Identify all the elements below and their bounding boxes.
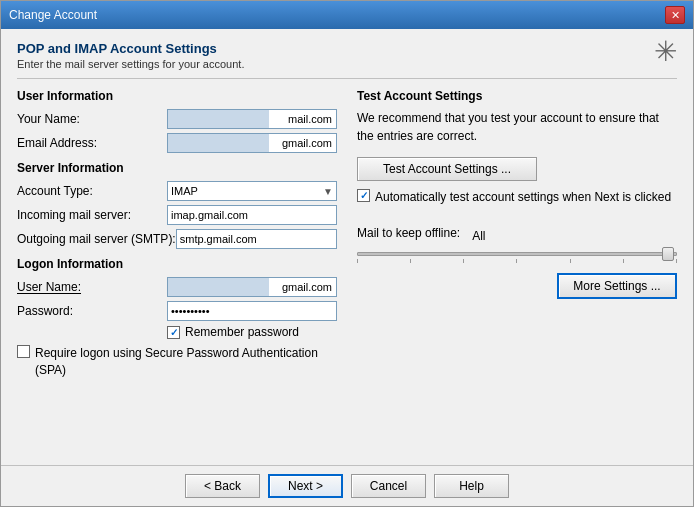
server-info-title: Server Information	[17, 161, 337, 175]
email-address-input[interactable]: gmail.com	[167, 133, 337, 153]
bottom-bar: < Back Next > Cancel Help	[1, 465, 693, 506]
slider-tick	[570, 259, 571, 263]
username-row: User Name: gmail.com	[17, 277, 337, 297]
account-type-label: Account Type:	[17, 184, 167, 198]
change-account-window: Change Account ✕ POP and IMAP Account Se…	[0, 0, 694, 507]
help-button[interactable]: Help	[434, 474, 509, 498]
more-settings-button[interactable]: More Settings ...	[557, 273, 677, 299]
right-column: Test Account Settings We recommend that …	[357, 89, 677, 457]
content-area: POP and IMAP Account Settings Enter the …	[1, 29, 693, 465]
account-type-row: Account Type: IMAP ▼	[17, 181, 337, 201]
email-address-label: Email Address:	[17, 136, 167, 150]
outgoing-server-label: Outgoing mail server (SMTP):	[17, 232, 176, 246]
logon-info-title: Logon Information	[17, 257, 337, 271]
left-column: User Information Your Name: mail.com Ema…	[17, 89, 337, 457]
remember-password-row: Remember password	[167, 325, 337, 339]
back-button[interactable]: < Back	[185, 474, 260, 498]
auto-test-checkbox[interactable]	[357, 189, 370, 202]
spa-row: Require logon using Secure Password Auth…	[17, 345, 337, 379]
incoming-server-label: Incoming mail server:	[17, 208, 167, 222]
password-label: Password:	[17, 304, 167, 318]
password-row: Password:	[17, 301, 337, 321]
incoming-server-input[interactable]	[167, 205, 337, 225]
slider-thumb[interactable]	[662, 247, 674, 261]
page-subtitle: Enter the mail server settings for your …	[17, 58, 244, 70]
incoming-server-row: Incoming mail server:	[17, 205, 337, 225]
cancel-button[interactable]: Cancel	[351, 474, 426, 498]
your-name-input[interactable]: mail.com	[167, 109, 337, 129]
username-input[interactable]: gmail.com	[167, 277, 337, 297]
outgoing-server-row: Outgoing mail server (SMTP):	[17, 229, 337, 249]
your-name-row: Your Name: mail.com	[17, 109, 337, 129]
password-input[interactable]	[167, 301, 337, 321]
asterisk-icon: ✳	[654, 35, 677, 68]
spa-checkbox[interactable]	[17, 345, 30, 358]
mail-offline-value: All	[472, 229, 485, 243]
mail-offline-section: Mail to keep offline: All	[357, 226, 677, 263]
remember-password-label: Remember password	[185, 325, 299, 339]
slider-track	[357, 252, 677, 256]
dropdown-arrow-icon: ▼	[323, 186, 333, 197]
email-address-row: Email Address: gmail.com	[17, 133, 337, 153]
slider-tick	[676, 259, 677, 263]
outgoing-server-input[interactable]	[176, 229, 337, 249]
page-title: POP and IMAP Account Settings	[17, 41, 244, 56]
next-button[interactable]: Next >	[268, 474, 343, 498]
remember-password-checkbox[interactable]	[167, 326, 180, 339]
slider-tick	[516, 259, 517, 263]
test-account-button[interactable]: Test Account Settings ...	[357, 157, 537, 181]
spa-label: Require logon using Secure Password Auth…	[35, 345, 337, 379]
username-label: User Name:	[17, 280, 167, 294]
slider-tick	[357, 259, 358, 263]
slider-tick	[463, 259, 464, 263]
test-section-title: Test Account Settings	[357, 89, 677, 103]
main-columns: User Information Your Name: mail.com Ema…	[17, 89, 677, 457]
account-type-value: IMAP	[171, 185, 198, 197]
test-description: We recommend that you test your account …	[357, 109, 677, 145]
header-text: POP and IMAP Account Settings Enter the …	[17, 41, 244, 70]
slider-tick	[410, 259, 411, 263]
right-bottom: More Settings ...	[357, 263, 677, 299]
window-title: Change Account	[9, 8, 97, 22]
your-name-label: Your Name:	[17, 112, 167, 126]
title-bar: Change Account ✕	[1, 1, 693, 29]
auto-test-label: Automatically test account settings when…	[375, 189, 671, 206]
close-button[interactable]: ✕	[665, 6, 685, 24]
header-section: POP and IMAP Account Settings Enter the …	[17, 41, 677, 79]
slider-container	[357, 252, 677, 256]
account-type-select[interactable]: IMAP ▼	[167, 181, 337, 201]
email-address-value: gmail.com	[282, 137, 332, 149]
slider-tick	[623, 259, 624, 263]
user-info-title: User Information	[17, 89, 337, 103]
your-name-value: mail.com	[288, 113, 332, 125]
username-value: gmail.com	[282, 281, 332, 293]
auto-test-row: Automatically test account settings when…	[357, 189, 677, 206]
mail-offline-label: Mail to keep offline:	[357, 226, 460, 240]
